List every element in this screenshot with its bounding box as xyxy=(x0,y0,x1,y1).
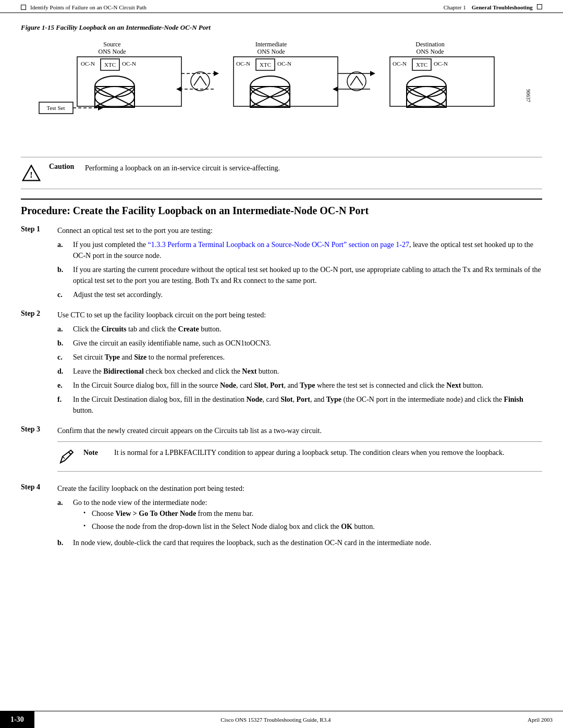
step-4a-bullet2: • Choose the node from the drop-down lis… xyxy=(73,521,542,532)
caution-label: Caution xyxy=(49,163,78,171)
step-2d: d. Leave the Bidirectional check box che… xyxy=(57,366,542,377)
svg-text:Intermediate: Intermediate xyxy=(255,41,287,48)
bullet-text-1: Choose View > Go To Other Node from the … xyxy=(92,508,542,519)
step-3-content: Confirm that the newly created circuit a… xyxy=(57,425,542,477)
svg-text:90637: 90637 xyxy=(525,89,531,102)
step-4-substeps: a. Go to the node view of the intermedia… xyxy=(57,497,542,548)
svg-text:XTC: XTC xyxy=(416,61,427,68)
step-4-content: Create the facility loopback on the dest… xyxy=(57,483,542,551)
bullet-text-2: Choose the node from the drop-down list … xyxy=(92,521,542,532)
svg-text:!: ! xyxy=(30,170,32,180)
step-2e-label: e. xyxy=(57,380,73,391)
step-1b-content: If you are starting the current procedur… xyxy=(73,264,542,286)
footer-page-num: 1-30 xyxy=(0,711,34,728)
note-pencil-icon xyxy=(57,447,76,466)
header-section-title: General Troubleshooting xyxy=(472,4,533,10)
step-1c-content: Adjust the test set accordingly. xyxy=(73,289,542,300)
step-1c-label: c. xyxy=(57,289,73,300)
bullet-dot-2: • xyxy=(83,521,92,532)
diagram-svg: Source ONS Node Intermediate ONS Node De… xyxy=(31,37,532,146)
svg-marker-19 xyxy=(176,87,181,92)
svg-marker-34 xyxy=(370,71,375,76)
header-square-icon xyxy=(21,5,26,10)
caution-box: ! Caution Performing a loopback on an in… xyxy=(21,157,542,189)
header-right: Chapter 1 General Troubleshooting xyxy=(444,4,542,10)
step-2c: c. Set circuit Type and Size to the norm… xyxy=(57,352,542,363)
svg-text:ONS Node: ONS Node xyxy=(258,48,285,55)
step-2-text: Use CTC to set up the facility loopback … xyxy=(57,311,266,319)
step-2a-content: Click the Circuits tab and click the Cre… xyxy=(73,324,542,335)
svg-line-39 xyxy=(357,76,363,85)
step-2b-content: Give the circuit an easily identifiable … xyxy=(73,338,542,349)
step-2f-label: f. xyxy=(57,394,73,416)
step-2a: a. Click the Circuits tab and click the … xyxy=(57,324,542,335)
note-text: It is normal for a LPBKFACILITY conditio… xyxy=(114,447,505,458)
svg-marker-36 xyxy=(333,87,338,92)
step-4a-content: Go to the node view of the intermediate … xyxy=(73,497,542,534)
svg-text:Destination: Destination xyxy=(415,41,444,48)
step-1a-content: If you just completed the “1.3.3 Perform… xyxy=(73,239,542,261)
step-3-block: Step 3 Confirm that the newly created ci… xyxy=(21,425,542,477)
diagram-svg-wrap: Source ONS Node Intermediate ONS Node De… xyxy=(21,37,542,146)
svg-text:XTC: XTC xyxy=(260,61,271,68)
svg-text:Test Set: Test Set xyxy=(47,105,65,111)
svg-line-57 xyxy=(69,452,71,454)
step-2b: b. Give the circuit an easily identifiab… xyxy=(57,338,542,349)
step-4-text: Create the facility loopback on the dest… xyxy=(57,485,244,492)
step-1-substeps: a. If you just completed the “1.3.3 Perf… xyxy=(57,239,542,300)
step-2-block: Step 2 Use CTC to set up the facility lo… xyxy=(21,310,542,419)
svg-line-31 xyxy=(194,76,200,85)
step-1a-link[interactable]: “1.3.3 Perform a Terminal Loopback on a … xyxy=(148,241,409,249)
bullet-dot-1: • xyxy=(83,508,92,519)
step-2a-label: a. xyxy=(57,324,73,335)
caution-triangle-icon: ! xyxy=(22,164,41,182)
svg-text:Source: Source xyxy=(103,41,120,48)
step-4a-label: a. xyxy=(57,497,73,534)
step-1-content: Connect an optical test set to the port … xyxy=(57,225,542,303)
step-2f-content: In the Circuit Destination dialog box, f… xyxy=(73,394,542,416)
footer-right-text: April 2003 xyxy=(517,711,563,728)
step-4b-label: b. xyxy=(57,537,73,548)
step-1-text: Connect an optical test set to the port … xyxy=(57,227,213,235)
step-1-label: Step 1 xyxy=(21,225,57,233)
note-box: Note It is normal for a LPBKFACILITY con… xyxy=(57,441,542,472)
procedure-heading: Procedure: Create the Facility Loopback … xyxy=(21,199,542,217)
svg-text:XTC: XTC xyxy=(104,61,116,68)
step-2f: f. In the Circuit Destination dialog box… xyxy=(57,394,542,416)
svg-point-30 xyxy=(191,72,210,91)
header-chapter: Chapter 1 xyxy=(444,4,466,10)
svg-point-37 xyxy=(347,72,366,91)
step-4b-content: In node view, double-click the card that… xyxy=(73,537,542,548)
figure-title: Figure 1-15 Facility Loopback on an Inte… xyxy=(21,23,542,32)
step-1a-label: a. xyxy=(57,239,73,261)
svg-text:OC-N: OC-N xyxy=(277,60,291,67)
step-2e: e. In the Circuit Source dialog box, fil… xyxy=(57,380,542,391)
step-3-label: Step 3 xyxy=(21,425,57,434)
step-2-content: Use CTC to set up the facility loopback … xyxy=(57,310,542,419)
step-3-text: Confirm that the newly created circuit a… xyxy=(57,427,322,435)
diagram-container: Source ONS Node Intermediate ONS Node De… xyxy=(21,37,542,146)
step-4-block: Step 4 Create the facility loopback on t… xyxy=(21,483,542,551)
step-2e-content: In the Circuit Source dialog box, fill i… xyxy=(73,380,542,391)
note-label: Note xyxy=(83,447,107,458)
svg-marker-17 xyxy=(214,71,219,76)
step-4-label: Step 4 xyxy=(21,483,57,491)
svg-text:OC-N: OC-N xyxy=(236,60,250,67)
step-1b: b. If you are starting the current proce… xyxy=(57,264,542,286)
svg-text:OC-N: OC-N xyxy=(81,60,95,67)
note-icon xyxy=(57,447,76,466)
svg-text:ONS Node: ONS Node xyxy=(417,48,444,55)
main-content: Figure 1-15 Facility Loopback on an Inte… xyxy=(0,13,563,599)
step-1b-label: b. xyxy=(57,264,73,286)
caution-icon: ! xyxy=(21,163,42,183)
svg-line-38 xyxy=(350,76,357,85)
footer-center-text: Cisco ONS 15327 Troubleshooting Guide, R… xyxy=(34,711,517,728)
header-left: Identify Points of Failure on an OC-N Ci… xyxy=(21,4,146,10)
step-2-substeps: a. Click the Circuits tab and click the … xyxy=(57,324,542,416)
svg-line-58 xyxy=(63,456,65,459)
step-2b-label: b. xyxy=(57,338,73,349)
step-4a-bullet1: • Choose View > Go To Other Node from th… xyxy=(73,508,542,519)
step-1a: a. If you just completed the “1.3.3 Perf… xyxy=(57,239,542,261)
svg-text:OC-N: OC-N xyxy=(122,60,136,67)
step-4a: a. Go to the node view of the intermedia… xyxy=(57,497,542,534)
